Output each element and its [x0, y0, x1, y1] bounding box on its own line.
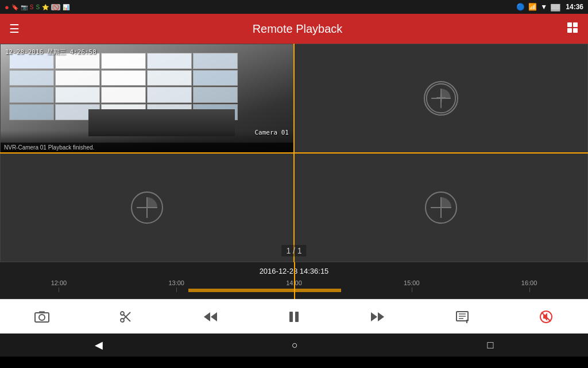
- tick-12: [59, 288, 59, 292]
- overlay-button[interactable]: [448, 303, 476, 331]
- camera-icon: [34, 310, 49, 323]
- svg-rect-0: [567, 22, 572, 27]
- pane: [9, 70, 54, 86]
- app-icon-6: ⭐: [42, 4, 49, 10]
- bottom-toolbar: [0, 299, 588, 334]
- pane: [55, 70, 100, 86]
- app-icon-5: S: [36, 4, 40, 10]
- svg-rect-22: [295, 312, 299, 322]
- scissors-icon: [119, 310, 133, 324]
- add-camera-2: [424, 81, 458, 116]
- app-icon-3: 📷: [21, 4, 28, 10]
- pane: [9, 87, 54, 103]
- battery-icon: ▓▓: [551, 3, 560, 10]
- svg-marker-20: [211, 312, 217, 321]
- app-icon-8: 📊: [63, 4, 69, 10]
- page-indicator: 1 / 1: [281, 245, 306, 256]
- layout-icon-svg: [566, 21, 579, 34]
- app-icon-2: 🔖: [11, 4, 18, 10]
- video-grid: 12-28-2016 星期三 4:26:58 Camera 01 NVR-Cam…: [0, 44, 588, 262]
- svg-point-16: [121, 319, 124, 322]
- svg-rect-3: [573, 28, 578, 33]
- pause-button[interactable]: [280, 303, 308, 331]
- pane: [147, 87, 192, 103]
- status-icons-left: ● 🔖 📷 S S ⭐ 🚫 📊: [5, 3, 69, 12]
- add-camera-3: [130, 190, 164, 225]
- pane: [193, 87, 238, 103]
- time-label-13: 13:00: [168, 279, 184, 286]
- clock: 14:36: [566, 3, 583, 11]
- add-icon-3: [130, 190, 164, 225]
- pane: [193, 70, 238, 86]
- add-icon-2: [425, 81, 457, 116]
- svg-point-15: [121, 312, 124, 315]
- video-cell-3[interactable]: [0, 153, 294, 262]
- video-cell-1[interactable]: 12-28-2016 星期三 4:26:58 Camera 01 NVR-Cam…: [0, 44, 294, 153]
- nav-bar: ◀ ○ □: [0, 334, 588, 356]
- timestamp-overlay: 12-28-2016 星期三 4:26:58: [5, 48, 96, 56]
- rewind-button[interactable]: [196, 303, 224, 331]
- pane: [101, 87, 146, 103]
- timeline[interactable]: 2016-12-28 14:36:15 12:00 13:00 14:00 15…: [0, 262, 588, 299]
- recent-button[interactable]: □: [473, 335, 507, 356]
- pause-icon: [288, 310, 300, 323]
- time-label-12: 12:00: [51, 279, 67, 286]
- add-circle-2: [424, 81, 458, 116]
- svg-marker-24: [378, 312, 384, 321]
- svg-rect-2: [567, 28, 572, 33]
- time-label-16: 16:00: [521, 279, 537, 286]
- tick-15: [412, 288, 412, 292]
- fastforward-button[interactable]: [364, 303, 392, 331]
- pane: [101, 53, 146, 69]
- add-camera-4: [424, 190, 458, 225]
- app-icon-4: S: [30, 4, 34, 10]
- cut-button[interactable]: [112, 303, 140, 331]
- fastforward-icon: [370, 311, 385, 323]
- pane: [55, 87, 100, 103]
- rewind-icon: [203, 311, 218, 323]
- svg-point-4: [427, 84, 455, 113]
- cell-status-bar-1: NVR-Camera 01 Playback finished.: [1, 143, 293, 152]
- video-cell-4[interactable]: [294, 153, 588, 262]
- video-cell-2[interactable]: [294, 44, 588, 153]
- time-label-15: 15:00: [404, 279, 420, 286]
- time-cursor: [294, 262, 295, 299]
- pane: [147, 70, 192, 86]
- add-icon-4: [424, 190, 458, 225]
- status-icons-right: 🔵 📶 ▼ ▓▓ 14:36: [516, 3, 583, 11]
- camera-label-1: Camera 01: [254, 129, 289, 136]
- svg-rect-1: [573, 22, 578, 27]
- svg-point-14: [39, 315, 45, 320]
- app-icon-7: 🚫: [51, 4, 60, 10]
- mute-icon: [539, 310, 553, 324]
- pane: [9, 104, 54, 120]
- layout-button[interactable]: [566, 21, 579, 37]
- pane: [101, 70, 146, 86]
- overlay-icon: [455, 310, 469, 323]
- svg-rect-21: [289, 312, 293, 322]
- screenshot-button[interactable]: [28, 303, 56, 331]
- svg-marker-23: [371, 312, 377, 321]
- svg-marker-19: [204, 312, 210, 321]
- back-button[interactable]: ◀: [81, 334, 117, 356]
- tick-13: [176, 288, 177, 292]
- svg-line-31: [541, 312, 551, 321]
- menu-button[interactable]: ☰: [9, 22, 20, 36]
- wifi-icon: ▼: [540, 3, 547, 11]
- page-title: Remote Playback: [29, 22, 566, 36]
- app-bar: ☰ Remote Playback: [0, 14, 588, 44]
- bluetooth-icon: 🔵: [516, 3, 525, 11]
- app-icon-1: ●: [5, 3, 9, 12]
- signal-icon: 📶: [528, 3, 537, 11]
- mute-button[interactable]: [532, 303, 560, 331]
- camera-scene-1: [1, 44, 293, 152]
- pane: [147, 53, 192, 69]
- recording-segment: [188, 289, 341, 292]
- home-button[interactable]: ○: [278, 335, 312, 356]
- horizontal-divider: [0, 152, 588, 154]
- pane: [193, 53, 238, 69]
- status-bar: ● 🔖 📷 S S ⭐ 🚫 📊 🔵 📶 ▼ ▓▓ 14:36: [0, 0, 588, 14]
- tick-16: [529, 288, 530, 292]
